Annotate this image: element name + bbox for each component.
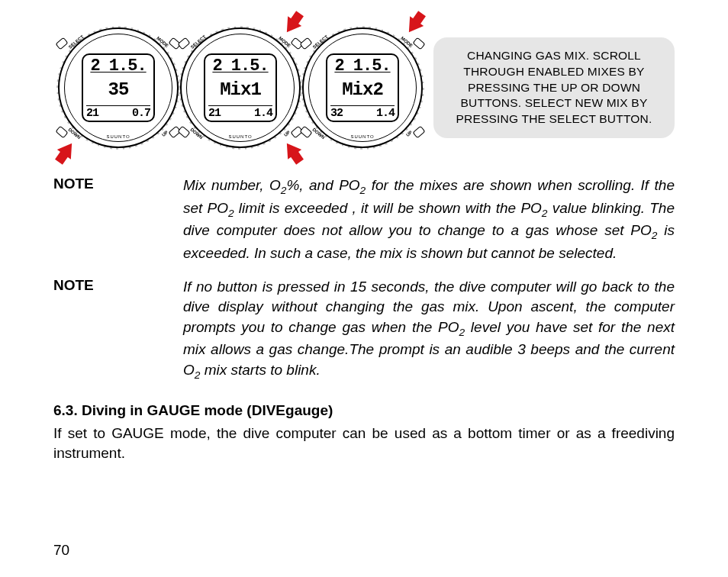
note-body: If no button is pressed in 15 seconds, t… [183,277,675,382]
mode-button-knob [412,37,425,50]
screen-line3: 21 1.4 [208,105,272,119]
screen-bottom-right: 0.7 [132,108,150,119]
watch-screen: 2 1.5. 35 21 0.7 [82,53,155,122]
brand-label: SUUNTO [228,134,252,139]
down-button-knob [299,126,312,139]
note-2: NOTE If no button is pressed in 15 secon… [53,277,675,382]
page-number: 70 [53,542,69,559]
note-1: NOTE Mix number, O2%, and PO2 for the mi… [53,176,675,263]
section-heading: 6.3. Diving in GAUGE mode (DIVEgauge) [53,402,675,419]
screen-line3: 32 1.4 [330,105,395,119]
screen-line2: Mix2 [330,81,395,99]
screen-bottom-left: 21 [86,108,98,119]
brand-label: SUUNTO [350,134,374,139]
watch-3: SELECT MODE DOWN UP SUUNTO 2 1.5. Mix2 3… [298,23,427,153]
down-button-knob [177,126,190,139]
section-body: If set to GAUGE mode, the dive computer … [53,424,675,463]
screen-line2: Mix1 [208,81,272,99]
figure-row: SELECT MODE DOWN UP SUUNTO 2 1.5. 35 21 … [53,23,675,153]
watch-1: SELECT MODE DOWN UP SUUNTO 2 1.5. 35 21 … [53,23,183,153]
select-button-knob [55,37,68,50]
note-body: Mix number, O2%, and PO2 for the mixes a… [183,176,675,263]
watch-screen: 2 1.5. Mix1 21 1.4 [204,53,277,122]
screen-bottom-left: 21 [208,108,221,119]
select-button-knob [177,37,190,50]
arrow-up-icon [57,138,79,159]
screen-line2: 35 [86,81,150,99]
select-button-knob [299,37,312,50]
screen-line1: 2 1.5. [86,58,150,75]
screen-bottom-right: 1.4 [376,108,395,119]
watch-group: SELECT MODE DOWN UP SUUNTO 2 1.5. 35 21 … [53,23,420,153]
screen-bottom-left: 32 [330,108,343,119]
screen-line3: 21 0.7 [86,105,150,119]
brand-label: SUUNTO [106,134,130,139]
watch-2: SELECT MODE DOWN UP SUUNTO 2 1.5. Mix1 2… [176,23,305,153]
note-label: NOTE [53,277,183,382]
note-label: NOTE [53,176,183,263]
screen-line1: 2 1.5. [208,58,272,75]
screen-bottom-right: 1.4 [254,108,272,119]
watch-screen: 2 1.5. Mix2 32 1.4 [326,53,399,122]
callout: CHANGING GAS MIX. SCROLL THROUGH ENABLED… [433,37,675,139]
screen-line1: 2 1.5. [330,58,395,75]
down-button-knob [55,126,68,139]
arrow-down-icon [402,16,424,37]
callout-bubble: CHANGING GAS MIX. SCROLL THROUGH ENABLED… [433,37,675,139]
up-button-knob [412,126,425,139]
manual-page: SELECT MODE DOWN UP SUUNTO 2 1.5. 35 21 … [0,0,728,577]
